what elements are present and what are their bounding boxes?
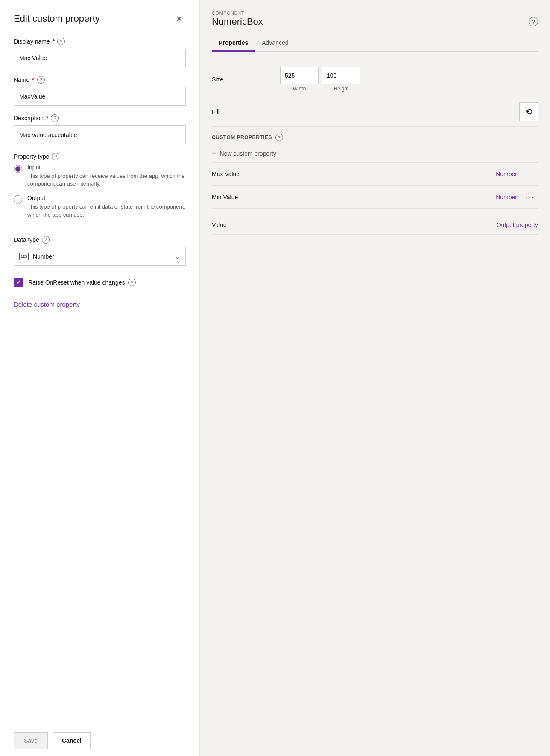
name-label: Name * ? [14, 76, 186, 84]
add-custom-property-row[interactable]: + New custom property [212, 145, 538, 163]
cancel-button[interactable]: Cancel [53, 732, 91, 749]
tab-properties[interactable]: Properties [212, 35, 255, 52]
description-input[interactable] [14, 125, 186, 144]
component-title-row: NumericBox ? [212, 16, 538, 27]
radio-output-label[interactable]: Output This type of property can emit da… [14, 195, 186, 218]
output-prop-value: Value Output property [212, 215, 538, 235]
data-type-help-icon[interactable]: ? [42, 236, 50, 244]
data-type-label: Data type ? [14, 236, 186, 244]
radio-output[interactable] [14, 195, 22, 204]
custom-prop-max-value: Max Value Number ··· [212, 163, 538, 186]
name-help-icon[interactable]: ? [37, 76, 45, 84]
width-input[interactable] [280, 67, 319, 84]
component-title: NumericBox [212, 16, 263, 27]
property-type-help-icon[interactable]: ? [52, 153, 59, 160]
checkmark-icon: ✓ [16, 279, 21, 286]
radio-output-text: Output This type of property can emit da… [27, 195, 186, 218]
max-value-type: Number [496, 171, 517, 177]
fill-icon: ⟲ [525, 107, 532, 117]
size-inputs: Width Height [280, 67, 538, 92]
min-value-type: Number [496, 194, 517, 201]
data-type-select[interactable]: 123 Number ⌄ [14, 247, 186, 266]
raise-onreset-checkbox[interactable]: ✓ [14, 278, 23, 287]
description-label: Description * ? [14, 114, 186, 122]
description-required: * [46, 115, 48, 122]
properties-section: Size Width Height Fill ⟲ [212, 62, 538, 235]
min-value-name: Min Value [212, 194, 496, 201]
description-help-icon[interactable]: ? [51, 114, 59, 122]
checkbox-section: ✓ Raise OnReset when value changes ? [14, 278, 186, 287]
chevron-down-icon: ⌄ [175, 252, 180, 260]
custom-properties-header: CUSTOM PROPERTIES ? [212, 127, 538, 145]
right-panel: COMPONENT NumericBox ? Properties Advanc… [200, 0, 550, 756]
name-section: Name * ? [14, 76, 186, 106]
radio-input-description: This type of property can receive values… [27, 172, 186, 188]
display-name-section: Display name * ? [14, 38, 186, 67]
min-value-menu-button[interactable]: ··· [522, 192, 538, 202]
display-name-help-icon[interactable]: ? [57, 38, 65, 45]
save-button[interactable]: Save [14, 732, 48, 749]
panel-header: Edit custom property ✕ [14, 12, 186, 26]
fill-button[interactable]: ⟲ [519, 102, 538, 121]
radio-input-label[interactable]: Input This type of property can receive … [14, 164, 186, 188]
radio-input-main-label: Input [27, 164, 186, 171]
description-section: Description * ? [14, 114, 186, 144]
height-group: Height [322, 67, 360, 92]
radio-output-main-label: Output [27, 195, 186, 201]
radio-output-option: Output This type of property can emit da… [14, 195, 186, 218]
width-label: Width [293, 86, 306, 92]
property-type-label: Property type ? [14, 153, 186, 160]
panel-title: Edit custom property [14, 13, 100, 24]
display-name-input[interactable] [14, 49, 186, 67]
checkbox-label: Raise OnReset when value changes ? [28, 279, 136, 286]
fill-row: Fill ⟲ [212, 97, 538, 127]
spacer [212, 209, 538, 215]
value-type: Output property [497, 221, 538, 228]
max-value-menu-button[interactable]: ··· [522, 169, 538, 179]
tab-advanced[interactable]: Advanced [255, 35, 295, 52]
radio-input-option: Input This type of property can receive … [14, 164, 186, 188]
checkbox-help-icon[interactable]: ? [128, 279, 136, 286]
fill-label: Fill [212, 108, 280, 115]
radio-input-text: Input This type of property can receive … [27, 164, 186, 188]
number-icon: 123 [19, 253, 29, 260]
name-input[interactable] [14, 87, 186, 106]
data-type-value: Number [33, 253, 54, 260]
left-panel: Edit custom property ✕ Display name * ? … [0, 0, 200, 756]
custom-prop-min-value: Min Value Number ··· [212, 186, 538, 209]
width-group: Width [280, 67, 319, 92]
component-label: COMPONENT [212, 10, 538, 15]
tabs-row: Properties Advanced [212, 35, 538, 52]
fill-controls: ⟲ [519, 102, 538, 121]
custom-properties-help-icon[interactable]: ? [275, 134, 283, 141]
add-custom-label: New custom property [220, 150, 276, 157]
data-type-section: Data type ? 123 Number ⌄ [14, 236, 186, 266]
display-name-label: Display name * ? [14, 38, 186, 45]
radio-output-description: This type of property can emit data or s… [27, 203, 186, 218]
plus-icon: + [212, 149, 216, 158]
radio-input[interactable] [14, 165, 22, 173]
name-required: * [32, 76, 34, 83]
size-row: Size Width Height [212, 62, 538, 97]
delete-custom-property-link[interactable]: Delete custom property [14, 301, 186, 308]
height-input[interactable] [322, 67, 360, 84]
max-value-name: Max Value [212, 171, 496, 177]
value-name: Value [212, 221, 497, 228]
height-label: Height [334, 86, 349, 92]
display-name-required: * [53, 38, 55, 45]
component-help-icon[interactable]: ? [529, 17, 538, 26]
footer-buttons: Save Cancel [0, 725, 199, 756]
close-button[interactable]: ✕ [172, 12, 186, 26]
property-type-section: Property type ? Input This type of prope… [14, 153, 186, 226]
size-label: Size [212, 76, 280, 83]
